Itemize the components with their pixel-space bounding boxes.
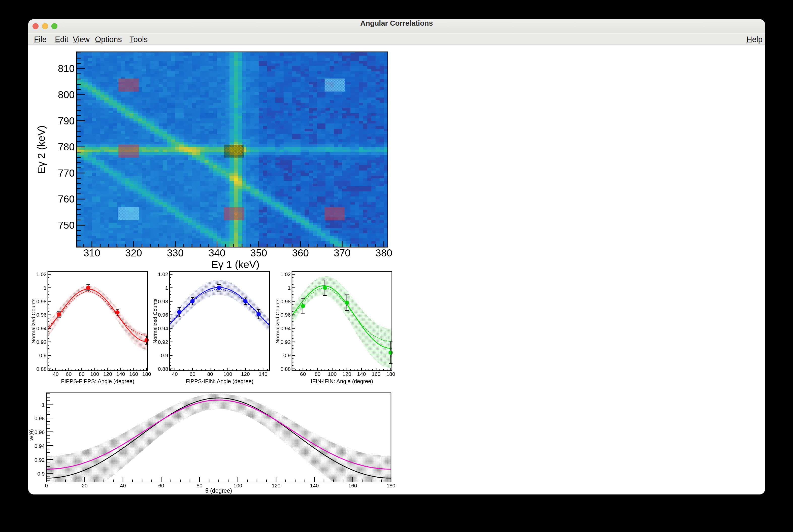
svg-text:0.98: 0.98	[280, 299, 291, 304]
svg-text:80: 80	[79, 371, 84, 377]
svg-text:0.88: 0.88	[280, 366, 291, 372]
svg-text:100: 100	[233, 482, 242, 489]
svg-text:140: 140	[259, 371, 267, 377]
svg-text:1.02: 1.02	[158, 271, 168, 277]
svg-text:0.92: 0.92	[158, 339, 168, 345]
svg-text:0.9: 0.9	[283, 353, 291, 358]
svg-text:350: 350	[250, 247, 267, 259]
svg-text:0.88: 0.88	[158, 366, 168, 372]
svg-text:800: 800	[58, 89, 75, 100]
svg-text:0.96: 0.96	[280, 312, 291, 318]
svg-text:120: 120	[271, 482, 280, 489]
svg-text:0.96: 0.96	[36, 312, 46, 318]
svg-text:60: 60	[158, 482, 164, 489]
svg-text:180: 180	[386, 371, 395, 377]
svg-text:Normalized Counts: Normalized Counts	[31, 299, 36, 344]
svg-text:1: 1	[288, 285, 291, 291]
svg-text:750: 750	[58, 220, 75, 231]
svg-text:360: 360	[292, 247, 309, 259]
svg-text:160: 160	[129, 371, 138, 377]
svg-text:160: 160	[372, 371, 381, 377]
svg-text:0.98: 0.98	[158, 299, 168, 304]
svg-text:20: 20	[82, 482, 88, 489]
svg-text:0.98: 0.98	[36, 299, 46, 304]
svg-text:80: 80	[315, 371, 320, 377]
svg-text:1: 1	[165, 285, 168, 291]
svg-text:60: 60	[189, 371, 195, 377]
svg-text:0.9: 0.9	[161, 353, 168, 358]
svg-text:380: 380	[375, 247, 392, 259]
svg-text:60: 60	[300, 371, 306, 377]
svg-text:FIPPS-IFIN: Angle (degree): FIPPS-IFIN: Angle (degree)	[186, 378, 253, 384]
svg-text:1: 1	[43, 285, 46, 291]
svg-text:330: 330	[167, 247, 184, 259]
svg-text:1.02: 1.02	[280, 271, 291, 277]
svg-text:0.94: 0.94	[158, 325, 168, 331]
svg-text:0.92: 0.92	[280, 339, 291, 345]
svg-text:320: 320	[125, 247, 142, 259]
svg-text:780: 780	[58, 141, 75, 152]
svg-text:Eγ 1 (keV): Eγ 1 (keV)	[211, 259, 260, 270]
svg-text:0.98: 0.98	[35, 415, 45, 421]
svg-text:1: 1	[42, 402, 45, 407]
svg-text:790: 790	[58, 115, 75, 127]
svg-text:120: 120	[241, 371, 250, 377]
svg-text:0.96: 0.96	[35, 429, 45, 435]
svg-text:Normalized Counts: Normalized Counts	[275, 299, 280, 344]
svg-text:1.02: 1.02	[36, 271, 46, 277]
svg-text:40: 40	[53, 371, 59, 377]
svg-text:0.94: 0.94	[36, 325, 46, 331]
svg-text:0.94: 0.94	[35, 443, 45, 449]
svg-text:340: 340	[209, 247, 225, 259]
svg-text:140: 140	[116, 371, 125, 377]
svg-text:160: 160	[348, 482, 357, 489]
svg-text:180: 180	[386, 482, 395, 489]
svg-text:310: 310	[83, 247, 100, 259]
svg-text:370: 370	[334, 247, 351, 259]
svg-text:0.96: 0.96	[158, 312, 168, 318]
svg-text:180: 180	[142, 371, 151, 377]
svg-text:120: 120	[103, 371, 112, 377]
svg-text:0.94: 0.94	[280, 325, 291, 331]
svg-text:0.9: 0.9	[37, 471, 44, 477]
svg-text:80: 80	[196, 482, 202, 489]
svg-text:140: 140	[357, 371, 366, 377]
svg-text:0.92: 0.92	[35, 457, 45, 463]
svg-text:760: 760	[58, 193, 75, 205]
svg-text:0: 0	[45, 482, 48, 489]
svg-text:100: 100	[328, 371, 337, 377]
svg-text:0.92: 0.92	[36, 339, 46, 345]
svg-text:0.9: 0.9	[39, 353, 46, 358]
svg-text:770: 770	[58, 168, 75, 178]
svg-text:80: 80	[207, 371, 213, 377]
svg-text:θ (degree): θ (degree)	[205, 488, 232, 494]
svg-text:100: 100	[90, 371, 99, 377]
svg-text:810: 810	[58, 63, 75, 74]
svg-text:60: 60	[66, 371, 72, 377]
svg-text:Eγ 2 (keV): Eγ 2 (keV)	[36, 126, 47, 174]
svg-text:140: 140	[310, 482, 319, 489]
svg-text:40: 40	[120, 482, 126, 489]
svg-text:0.88: 0.88	[36, 366, 46, 372]
svg-text:120: 120	[342, 371, 351, 377]
svg-text:100: 100	[223, 371, 232, 377]
svg-text:W(θ): W(θ)	[29, 429, 34, 441]
svg-text:Normalized Counts: Normalized Counts	[152, 299, 158, 344]
svg-text:40: 40	[172, 371, 177, 377]
svg-text:IFIN-IFIN: Angle (degree): IFIN-IFIN: Angle (degree)	[311, 378, 373, 384]
svg-text:FIPPS-FIPPS: Angle (degree): FIPPS-FIPPS: Angle (degree)	[61, 378, 134, 384]
